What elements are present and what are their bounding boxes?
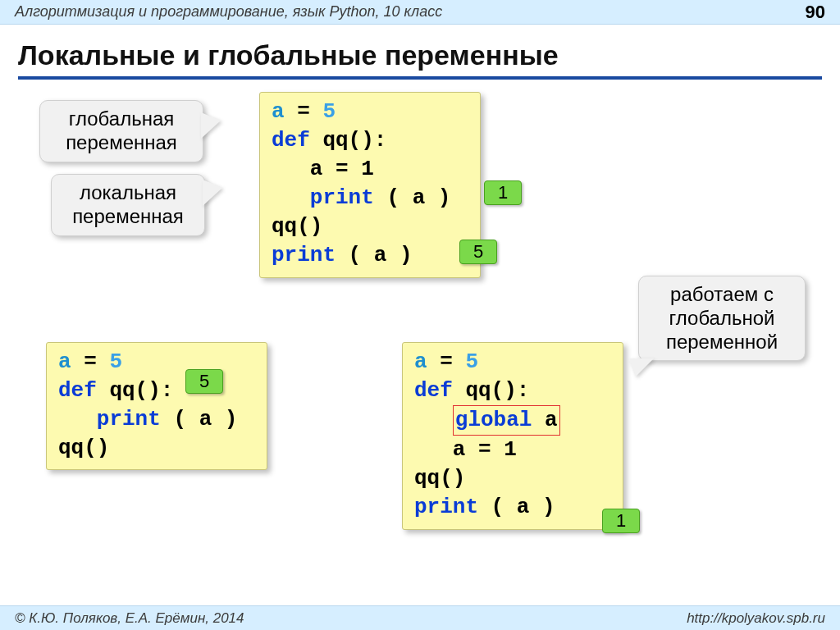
- callout-text: глобальная переменная: [66, 107, 177, 153]
- callout-text: локальная переменная: [72, 181, 184, 227]
- callout-local: локальная переменная: [51, 174, 205, 236]
- footer: © К.Ю. Поляков, Е.А. Ерёмин, 2014 http:/…: [0, 605, 840, 630]
- footer-url: http://kpolyakov.spb.ru: [687, 610, 825, 627]
- page-title: Локальные и глобальные переменные: [18, 39, 840, 71]
- callout-text: работаем с глобальной переменной: [666, 283, 778, 353]
- output-label-4: 1: [602, 509, 640, 533]
- code-box-3: a = 5 def qq(): global a a = 1 qq() prin…: [402, 342, 623, 530]
- code-box-1: a = 5 def qq(): a = 1 print ( a ) qq() p…: [259, 92, 481, 278]
- callout-global: глобальная переменная: [39, 100, 203, 162]
- output-label-3: 5: [185, 369, 223, 394]
- course-label: Алгоритмизация и программирование, язык …: [15, 3, 442, 21]
- code-text: a: [272, 99, 285, 124]
- page-number: 90: [806, 2, 825, 23]
- callout-work-global: работаем с глобальной переменной: [638, 276, 806, 361]
- code-box-2: a = 5 def qq(): print ( a ) qq(): [46, 342, 267, 470]
- global-keyword: global: [455, 408, 532, 432]
- output-label-1: 1: [484, 180, 522, 205]
- authors: © К.Ю. Поляков, Е.А. Ерёмин, 2014: [15, 610, 244, 627]
- header: Алгоритмизация и программирование, язык …: [0, 0, 840, 25]
- output-label-2: 5: [459, 240, 497, 264]
- content-area: a = 5 def qq(): a = 1 print ( a ) qq() p…: [0, 75, 840, 600]
